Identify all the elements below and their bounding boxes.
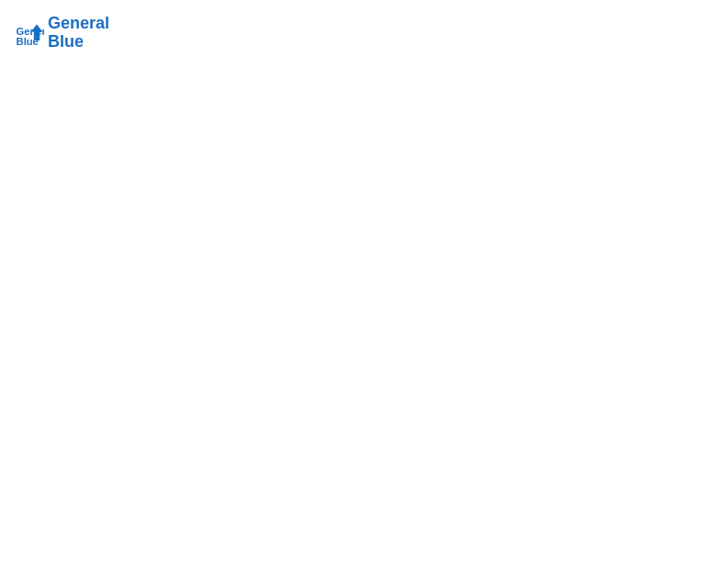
logo-text: General Blue bbox=[48, 15, 109, 52]
logo-icon: General Blue bbox=[15, 18, 44, 48]
header: General Blue General Blue bbox=[15, 15, 713, 52]
logo: General Blue General Blue bbox=[15, 15, 109, 52]
